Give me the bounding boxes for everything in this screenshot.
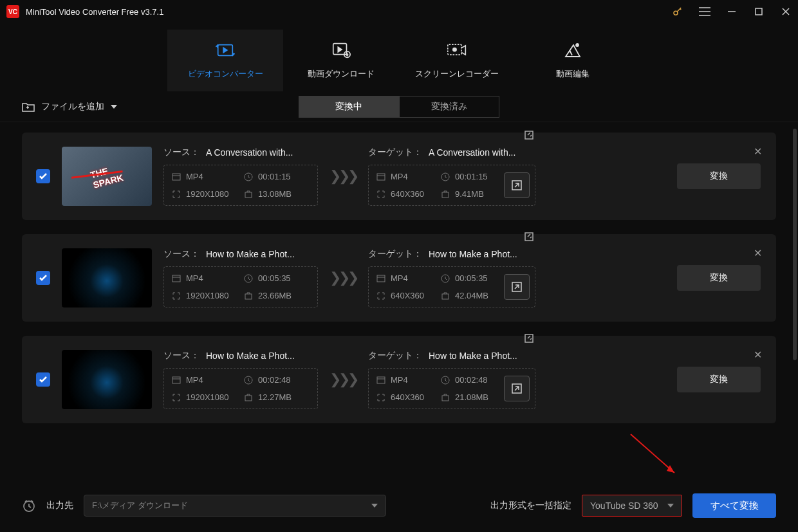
minimize-button[interactable] [726,6,738,17]
svg-rect-29 [245,294,252,299]
source-block: ソース：How to Make a Phot... MP4 00:02:48 1… [163,350,318,409]
list-item: ソース：How to Make a Phot... MP4 00:05:35 1… [22,234,776,322]
target-filename: A Conversation with... [429,147,535,158]
app-logo-icon: VC [6,5,19,18]
source-label: ソース： [163,147,200,158]
svg-rect-30 [525,233,533,241]
remove-item-button[interactable]: ✕ [754,349,762,361]
target-block: ターゲット：How to Make a Phot... MP4 00:05:35… [368,248,535,307]
titlebar: VC MiniTool Video Converter Free v3.7.1 [0,0,798,23]
target-block: ターゲット：How to Make a Phot... MP4 00:02:48… [368,350,535,409]
svg-rect-21 [377,174,385,180]
svg-point-0 [674,11,678,15]
tab-video-edit[interactable]: 動画編集 [515,30,631,91]
svg-rect-31 [377,275,385,282]
list-item: ソース：How to Make a Phot... MP4 00:02:48 1… [22,336,776,423]
svg-point-12 [453,48,456,51]
app-title: MiniTool Video Converter Free v3.7.1 [26,7,163,17]
output-dir-select[interactable]: F:\メディア ダウンロード [84,495,386,517]
thumbnail[interactable] [62,350,152,409]
menu-icon[interactable] [699,6,710,17]
target-block: ターゲット：A Conversation with... MP4 00:01:1… [368,147,535,206]
remove-item-button[interactable]: ✕ [754,247,762,259]
key-icon[interactable] [672,6,683,17]
target-settings-button[interactable] [504,274,530,300]
download-icon [331,41,351,59]
svg-rect-41 [377,377,385,383]
svg-rect-24 [442,192,449,197]
recorder-icon [447,41,467,59]
close-button[interactable] [780,6,792,17]
svg-rect-16 [172,174,180,180]
toolbar: ファイルを追加 変換中 変換済み [0,91,798,122]
file-list: THESPARK ソース：A Conversation with... MP4 … [0,122,798,482]
schedule-icon[interactable] [22,499,36,513]
format-label: 出力形式を一括指定 [490,500,571,511]
chevron-down-icon [111,105,117,109]
svg-rect-20 [525,131,533,139]
svg-rect-44 [442,396,449,401]
output-path: F:\メディア ダウンロード [92,500,188,511]
svg-rect-39 [245,396,252,401]
convert-button[interactable]: 変換 [677,163,761,189]
arrow-icon: ❯❯❯ [329,371,357,388]
svg-rect-40 [525,335,533,342]
folder-plus-icon [22,102,35,112]
target-settings-button[interactable] [504,172,530,198]
edit-info-icon[interactable] [523,230,535,243]
tab-label: ビデオコンバーター [188,68,263,80]
source-block: ソース：How to Make a Phot... MP4 00:05:35 1… [163,248,318,307]
chevron-down-icon [371,504,378,508]
remove-item-button[interactable]: ✕ [754,145,762,158]
status-tabs: 変換中 変換済み [299,96,499,118]
checkbox[interactable] [36,169,50,183]
output-dir-label: 出力先 [46,500,73,511]
chevron-down-icon [667,504,674,508]
source-filename: A Conversation with... [206,147,318,158]
checkbox[interactable] [36,271,50,285]
list-item: THESPARK ソース：A Conversation with... MP4 … [22,133,776,220]
svg-rect-19 [245,192,252,197]
svg-rect-5 [756,8,762,15]
tab-label: 動画ダウンロード [308,68,375,80]
tab-video-converter[interactable]: ビデオコンバーター [167,30,283,91]
target-settings-button[interactable] [504,376,530,401]
convert-button[interactable]: 変換 [677,367,761,392]
footer: 出力先 F:\メディア ダウンロード 出力形式を一括指定 YouTube SD … [0,479,798,532]
target-label: ターゲット： [368,147,422,158]
format-value: YouTube SD 360 [590,500,658,511]
edit-info-icon[interactable] [523,332,535,345]
svg-rect-26 [172,275,180,282]
scrollbar[interactable] [793,129,797,360]
edit-icon [562,41,583,59]
svg-rect-34 [442,294,449,299]
checkbox[interactable] [36,372,50,387]
add-file-label: ファイルを追加 [41,101,104,113]
output-format-select[interactable]: YouTube SD 360 [582,495,682,517]
add-file-button[interactable]: ファイルを追加 [22,101,117,113]
thumbnail[interactable] [62,248,152,307]
svg-rect-36 [172,377,180,383]
tab-label: スクリーンレコーダー [415,68,499,80]
converter-icon [215,41,236,59]
edit-info-icon[interactable] [523,129,535,142]
tab-converting[interactable]: 変換中 [299,96,399,118]
tab-label: 動画編集 [556,68,589,80]
tab-screen-recorder[interactable]: スクリーンレコーダー [399,30,515,91]
tab-converted[interactable]: 変換済み [399,96,499,118]
arrow-icon: ❯❯❯ [329,168,357,185]
maximize-button[interactable] [753,6,765,17]
arrow-icon: ❯❯❯ [329,270,357,286]
convert-button[interactable]: 変換 [677,265,761,291]
thumbnail[interactable]: THESPARK [62,147,152,206]
tab-video-download[interactable]: 動画ダウンロード [283,30,399,91]
svg-point-13 [576,44,579,46]
main-tabs: ビデオコンバーター 動画ダウンロード スクリーンレコーダー 動画編集 [0,23,798,91]
source-block: ソース：A Conversation with... MP4 00:01:15 … [163,147,318,206]
convert-all-button[interactable]: すべて変換 [692,493,776,518]
